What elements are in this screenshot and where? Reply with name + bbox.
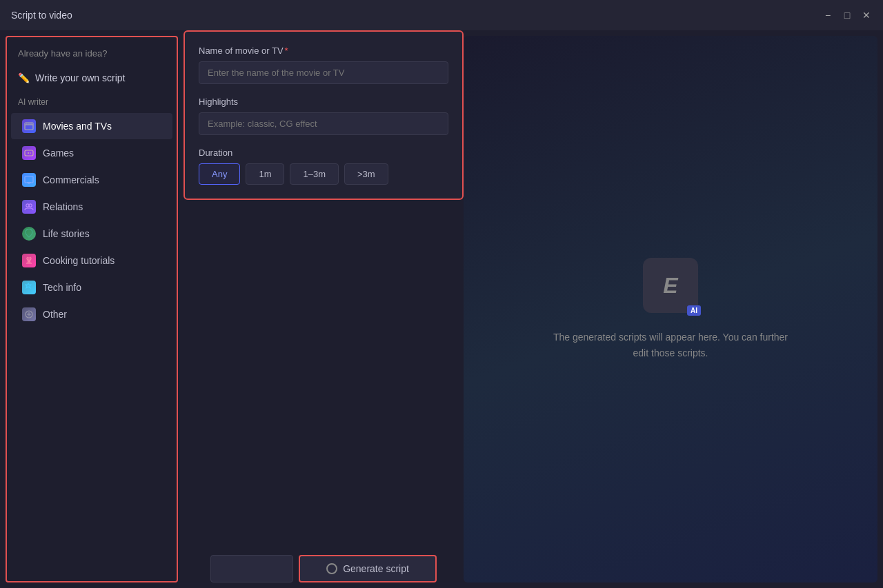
duration-any-button[interactable]: Any: [199, 163, 240, 185]
sidebar-item-relations-label: Relations: [43, 201, 83, 212]
window-controls: − □ ✕: [822, 10, 872, 21]
center-column: Name of movie or TV* Highlights Duration…: [183, 30, 464, 588]
window-title: Script to video: [11, 10, 72, 21]
duration-gt3m-button[interactable]: >3m: [344, 163, 388, 185]
svg-rect-9: [25, 176, 33, 183]
write-script-label: Write your own script: [35, 72, 125, 83]
app-window: Script to video − □ ✕ Already have an id…: [0, 0, 883, 588]
highlights-label: Highlights: [199, 97, 448, 107]
pencil-icon: ✏️: [18, 72, 30, 83]
duration-1-3m-button[interactable]: 1–3m: [290, 163, 339, 185]
right-panel-description: The generated scripts will appear here. …: [546, 330, 795, 361]
ai-icon-letter: E: [663, 273, 677, 298]
sidebar-item-movies[interactable]: Movies and TVs: [11, 113, 172, 139]
name-input[interactable]: [199, 61, 448, 84]
generate-label: Generate script: [343, 563, 409, 574]
duration-buttons: Any 1m 1–3m >3m: [199, 163, 448, 185]
highlights-input[interactable]: [199, 112, 448, 135]
write-own-script-button[interactable]: ✏️ Write your own script: [7, 67, 177, 89]
highlights-field: Highlights: [199, 97, 448, 135]
close-button[interactable]: ✕: [861, 10, 872, 21]
sidebar-item-life-stories[interactable]: Life stories: [11, 221, 172, 247]
relations-icon: [22, 200, 36, 214]
life-stories-icon: [22, 227, 36, 241]
ai-icon-container: E AI: [643, 258, 698, 313]
back-button[interactable]: [210, 555, 293, 582]
sidebar-item-tech-label: Tech info: [43, 282, 81, 293]
ai-badge: AI: [687, 305, 701, 316]
titlebar: Script to video − □ ✕: [0, 0, 883, 30]
cooking-icon: [22, 254, 36, 267]
minimize-button[interactable]: −: [822, 10, 833, 21]
sidebar-item-cooking[interactable]: Cooking tutorials: [11, 247, 172, 274]
name-label: Name of movie or TV*: [199, 45, 448, 56]
sidebar-item-cooking-label: Cooking tutorials: [43, 255, 115, 266]
duration-label: Duration: [199, 148, 448, 158]
svg-point-8: [30, 152, 31, 154]
sidebar-item-life-stories-label: Life stories: [43, 228, 90, 239]
sidebar-item-commercials-label: Commercials: [43, 174, 99, 185]
sidebar-item-commercials[interactable]: Commercials: [11, 167, 172, 193]
maximize-button[interactable]: □: [842, 10, 853, 21]
sidebar-hint-text: Already have an idea?: [7, 48, 177, 67]
other-icon: [22, 307, 36, 321]
name-field: Name of movie or TV*: [199, 45, 448, 84]
games-icon: [22, 146, 36, 160]
required-star: *: [285, 45, 288, 56]
sidebar-item-movies-label: Movies and TVs: [43, 121, 112, 132]
duration-section: Duration Any 1m 1–3m >3m: [199, 148, 448, 185]
sidebar-item-other-label: Other: [43, 309, 67, 320]
duration-1m-button[interactable]: 1m: [246, 163, 284, 185]
sidebar: Already have an idea? ✏️ Write your own …: [6, 36, 178, 582]
right-panel: E AI The generated scripts will appear h…: [464, 36, 877, 582]
tech-icon: [22, 281, 36, 294]
bottom-bar: Generate script: [183, 549, 464, 588]
movies-icon: [22, 119, 36, 133]
sidebar-item-relations[interactable]: Relations: [11, 194, 172, 220]
form-card: Name of movie or TV* Highlights Duration…: [183, 30, 464, 200]
generate-script-button[interactable]: Generate script: [299, 555, 437, 582]
commercials-icon: [22, 173, 36, 187]
generate-icon: [326, 563, 337, 574]
main-content: Already have an idea? ✏️ Write your own …: [0, 30, 883, 588]
ai-writer-section-label: AI writer: [7, 89, 177, 112]
sidebar-item-other[interactable]: Other: [11, 301, 172, 327]
sidebar-item-games[interactable]: Games: [11, 140, 172, 166]
sidebar-item-tech[interactable]: Tech info: [11, 274, 172, 301]
sidebar-item-games-label: Games: [43, 148, 74, 159]
